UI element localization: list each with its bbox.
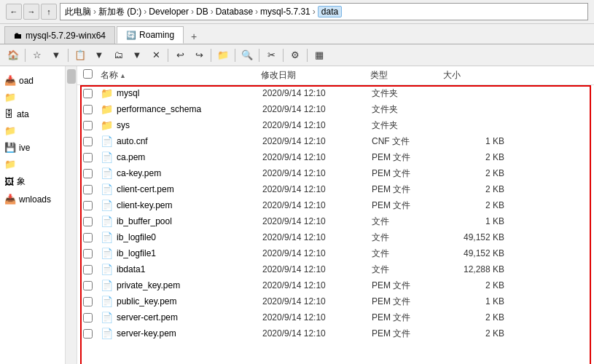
row-checkbox-4[interactable] — [83, 153, 101, 162]
table-row[interactable]: 📄 client-cert.pem 2020/9/14 12:10 PEM 文件… — [77, 181, 594, 197]
toolbar-home-button[interactable]: 🏠 — [4, 47, 22, 64]
toolbar-move-button[interactable]: 🗂 — [109, 47, 127, 64]
bc-database[interactable]: Database — [216, 7, 253, 17]
file-icon-4: 📄 — [101, 151, 114, 163]
table-row[interactable]: 📄 server-key.pem 2020/9/14 12:10 PEM 文件 … — [77, 325, 594, 341]
file-type-2: 文件夹 — [372, 119, 445, 132]
back-button[interactable]: ← — [6, 4, 22, 20]
qa-dl2[interactable]: 📥 wnloads — [0, 191, 65, 207]
qa-drive-icon: 💾 — [4, 142, 16, 153]
toolbar-move-dropdown[interactable]: ▼ — [128, 47, 146, 64]
bc-data[interactable]: data — [318, 6, 342, 17]
quick-access-panel: 📥 oad 📁 🗄 ata 📁 💾 ive 📁 🖼 象 📥 wnloads — [0, 66, 66, 364]
table-row[interactable]: 📄 server-cert.pem 2020/9/14 12:10 PEM 文件… — [77, 309, 594, 325]
row-checkbox-2[interactable] — [83, 121, 101, 130]
toolbar-search-button[interactable]: 🔍 — [238, 47, 256, 64]
toolbar-copy-dropdown[interactable]: ▼ — [90, 47, 108, 64]
toolbar-delete-button[interactable]: ✕ — [147, 47, 165, 64]
table-row[interactable]: 📄 ca.pem 2020/9/14 12:10 PEM 文件 2 KB — [77, 149, 594, 165]
row-checkbox-3[interactable] — [83, 137, 101, 146]
table-row[interactable]: 📄 ib_logfile1 2020/9/14 12:10 文件 49,152 … — [77, 245, 594, 261]
file-date-5: 2020/9/14 12:10 — [262, 168, 372, 178]
qa-item-4[interactable]: 📁 — [0, 122, 65, 139]
toolbar-settings-button[interactable]: ⚙ — [286, 47, 304, 64]
table-row[interactable]: 📁 performance_schema 2020/9/14 12:10 文件夹 — [77, 101, 594, 117]
tab-mysql[interactable]: 🖿 mysql-5.7.29-winx64 — [4, 26, 115, 44]
table-row[interactable]: 📁 mysql 2020/9/14 12:10 文件夹 — [77, 85, 594, 101]
table-row[interactable]: 📄 ib_logfile0 2020/9/14 12:10 文件 49,152 … — [77, 229, 594, 245]
file-date-6: 2020/9/14 12:10 — [262, 184, 372, 194]
toolbar-sep-6 — [259, 49, 259, 62]
qa-downloads[interactable]: 📥 oad — [0, 72, 65, 89]
qa-data[interactable]: 🗄 ata — [0, 106, 65, 122]
toolbar-newfolder-button[interactable]: 📁 — [214, 47, 232, 64]
tab-roaming[interactable]: 🔄 Roaming — [117, 26, 184, 44]
row-checkbox-13[interactable] — [83, 297, 101, 306]
row-checkbox-8[interactable] — [83, 217, 101, 226]
toolbar-redo-button[interactable]: ↪ — [190, 47, 208, 64]
file-size-8: 1 KB — [445, 216, 510, 226]
table-row[interactable]: 📄 auto.cnf 2020/9/14 12:10 CNF 文件 1 KB — [77, 133, 594, 149]
breadcrumb[interactable]: 此电脑 › 新加卷 (D:) › Developer › DB › Databa… — [60, 3, 588, 20]
table-row[interactable]: 📄 ibdata1 2020/9/14 12:10 文件 12,288 KB — [77, 261, 594, 277]
file-type-8: 文件 — [372, 215, 445, 228]
qa-item-2[interactable]: 📁 — [0, 89, 65, 106]
toolbar-fav-dropdown[interactable]: ▼ — [47, 47, 65, 64]
scroll-thumb[interactable] — [67, 69, 76, 84]
toolbar-copy-button[interactable]: 📋 — [71, 47, 89, 64]
tab-bar: 🖿 mysql-5.7.29-winx64 🔄 Roaming + — [0, 24, 594, 44]
sidebar-scrollbar[interactable] — [66, 66, 77, 364]
row-checkbox-14[interactable] — [83, 313, 101, 323]
col-header-size[interactable]: 大小 — [443, 69, 509, 82]
toolbar-undo-button[interactable]: ↩ — [171, 47, 189, 64]
table-row[interactable]: 📄 client-key.pem 2020/9/14 12:10 PEM 文件 … — [77, 197, 594, 213]
file-size-5: 2 KB — [445, 168, 510, 178]
qa-pictures[interactable]: 🖼 象 — [0, 173, 65, 191]
qa-drive[interactable]: 💾 ive — [0, 139, 65, 156]
tab-mysql-label: mysql-5.7.29-winx64 — [26, 31, 106, 41]
toolbar-view-button[interactable]: ▦ — [310, 47, 328, 64]
toolbar-fav-button[interactable]: ☆ — [28, 47, 46, 64]
row-checkbox-12[interactable] — [83, 281, 101, 290]
table-row[interactable]: 📄 public_key.pem 2020/9/14 12:10 PEM 文件 … — [77, 293, 594, 309]
bc-computer[interactable]: 此电脑 — [65, 6, 91, 18]
row-checkbox-5[interactable] — [83, 169, 101, 178]
toolbar-cut-button[interactable]: ✂ — [262, 47, 280, 64]
file-area: 名称 ▲ 修改日期 类型 大小 📁 mysql 2020/9/14 12:10 — [77, 66, 594, 364]
qa-downloads-icon: 📥 — [4, 75, 16, 86]
file-name-1: performance_schema — [117, 104, 262, 114]
bc-developer[interactable]: Developer — [149, 7, 189, 17]
file-type-12: PEM 文件 — [372, 280, 445, 292]
row-checkbox-7[interactable] — [83, 201, 101, 210]
table-row[interactable]: 📁 sys 2020/9/14 12:10 文件夹 — [77, 117, 594, 133]
col-header-date[interactable]: 修改日期 — [261, 69, 370, 82]
check-all-col[interactable] — [83, 69, 101, 82]
col-header-type[interactable]: 类型 — [370, 69, 443, 82]
file-size-9: 49,152 KB — [445, 232, 510, 242]
row-checkbox-6[interactable] — [83, 185, 101, 194]
col-header-name[interactable]: 名称 ▲ — [101, 69, 261, 82]
row-checkbox-9[interactable] — [83, 233, 101, 242]
tab-add-button[interactable]: + — [185, 29, 203, 44]
bc-mysql[interactable]: mysql-5.7.31 — [260, 7, 310, 17]
file-size-3: 1 KB — [445, 136, 510, 146]
forward-button[interactable]: → — [23, 4, 39, 20]
bc-db[interactable]: DB — [196, 7, 208, 17]
table-row[interactable]: 📄 ib_buffer_pool 2020/9/14 12:10 文件 1 KB — [77, 213, 594, 229]
row-checkbox-11[interactable] — [83, 265, 101, 274]
select-all-checkbox[interactable] — [83, 69, 93, 79]
row-checkbox-15[interactable] — [83, 329, 101, 339]
qa-item-6[interactable]: 📁 — [0, 156, 65, 173]
file-icon-11: 📄 — [101, 264, 114, 275]
file-name-6: client-cert.pem — [117, 184, 262, 194]
sort-name-icon: ▲ — [120, 72, 126, 79]
up-button[interactable]: ↑ — [41, 4, 57, 20]
table-row[interactable]: 📄 private_key.pem 2020/9/14 12:10 PEM 文件… — [77, 277, 594, 293]
row-checkbox-1[interactable] — [83, 105, 101, 114]
row-checkbox-10[interactable] — [83, 249, 101, 258]
file-name-5: ca-key.pem — [117, 168, 262, 178]
bc-drive[interactable]: 新加卷 (D:) — [98, 6, 141, 18]
toolbar: 🏠 ☆ ▼ 📋 ▼ 🗂 ▼ ✕ ↩ ↪ 📁 🔍 ✂ ⚙ ▦ — [0, 44, 594, 66]
table-row[interactable]: 📄 ca-key.pem 2020/9/14 12:10 PEM 文件 2 KB — [77, 165, 594, 181]
row-checkbox-0[interactable] — [83, 89, 101, 98]
